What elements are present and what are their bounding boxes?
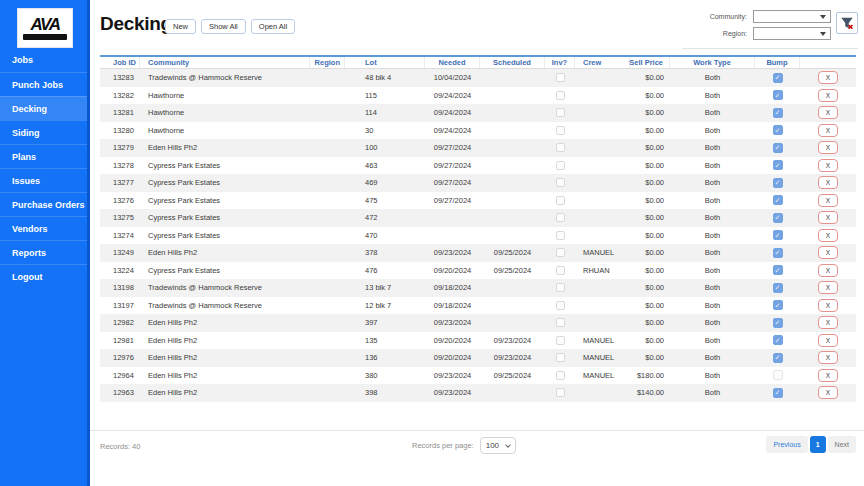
bump-checkbox[interactable] <box>773 300 783 310</box>
cell-sell-price: $0.00 <box>630 213 670 222</box>
bump-checkbox[interactable] <box>773 73 783 83</box>
inv-checkbox[interactable] <box>556 248 565 257</box>
sidebar-item-issues[interactable]: Issues <box>0 168 87 192</box>
col-header-lot[interactable]: Lot <box>345 57 425 68</box>
inv-checkbox[interactable] <box>556 353 565 362</box>
show-all-button[interactable]: Show All <box>201 19 246 34</box>
sidebar-item-punch-jobs[interactable]: Punch Jobs <box>0 72 87 96</box>
next-page-button[interactable]: Next <box>828 436 856 453</box>
sidebar-item-decking[interactable]: Decking <box>0 96 87 120</box>
inv-checkbox[interactable] <box>556 283 565 292</box>
delete-row-button[interactable]: X <box>818 229 838 242</box>
delete-row-button[interactable]: X <box>818 124 838 137</box>
sidebar-item-vendors[interactable]: Vendors <box>0 216 87 240</box>
inv-checkbox[interactable] <box>556 91 565 100</box>
bump-checkbox[interactable] <box>773 388 783 398</box>
previous-page-button[interactable]: Previous <box>766 436 807 453</box>
bump-checkbox[interactable] <box>773 90 783 100</box>
region-dropdown[interactable] <box>753 27 831 40</box>
inv-checkbox[interactable] <box>556 301 565 310</box>
sidebar-item-logout[interactable]: Logout <box>0 264 87 288</box>
cell-needed: 09/18/2024 <box>425 283 480 292</box>
col-header-sell-price[interactable]: Sell Price <box>630 57 670 68</box>
delete-row-button[interactable]: X <box>818 176 838 189</box>
inv-checkbox[interactable] <box>556 143 565 152</box>
inv-checkbox[interactable] <box>556 213 565 222</box>
sidebar-item-reports[interactable]: Reports <box>0 240 87 264</box>
delete-row-button[interactable]: X <box>818 264 838 277</box>
delete-row-button[interactable]: X <box>818 351 838 364</box>
cell-actions: X <box>800 369 856 382</box>
bump-checkbox[interactable] <box>773 370 783 380</box>
sidebar-item-siding[interactable]: Siding <box>0 120 87 144</box>
bump-checkbox[interactable] <box>773 335 783 345</box>
bump-checkbox[interactable] <box>773 318 783 328</box>
delete-row-button[interactable]: X <box>818 71 838 84</box>
inv-checkbox[interactable] <box>556 108 565 117</box>
open-all-button[interactable]: Open All <box>251 19 295 34</box>
bump-checkbox[interactable] <box>773 248 783 258</box>
cell-job-id: 13279 <box>100 143 140 152</box>
sidebar-item-jobs[interactable]: Jobs <box>0 48 87 72</box>
clear-filter-button[interactable] <box>836 12 858 34</box>
sidebar-item-purchase-orders[interactable]: Purchase Orders <box>0 192 87 216</box>
col-header-needed[interactable]: Needed <box>425 57 480 68</box>
inv-checkbox[interactable] <box>556 178 565 187</box>
bump-checkbox[interactable] <box>773 125 783 135</box>
bump-checkbox[interactable] <box>773 160 783 170</box>
delete-row-button[interactable]: X <box>818 246 838 259</box>
col-header-region[interactable]: Region <box>310 57 345 68</box>
cell-job-id: 12976 <box>100 353 140 362</box>
delete-row-button[interactable]: X <box>818 141 838 154</box>
current-page-button[interactable]: 1 <box>810 436 826 453</box>
inv-checkbox[interactable] <box>556 231 565 240</box>
inv-checkbox[interactable] <box>556 371 565 380</box>
bump-checkbox[interactable] <box>773 265 783 275</box>
delete-row-button[interactable]: X <box>818 386 838 399</box>
inv-checkbox[interactable] <box>556 336 565 345</box>
app-window: AVA JobsPunch JobsDeckingSidingPlansIssu… <box>0 0 864 486</box>
bump-checkbox[interactable] <box>773 353 783 363</box>
new-button[interactable]: New <box>165 19 196 34</box>
inv-checkbox[interactable] <box>556 196 565 205</box>
col-header-community[interactable]: Community <box>140 57 310 68</box>
inv-checkbox[interactable] <box>556 126 565 135</box>
bump-checkbox[interactable] <box>773 108 783 118</box>
delete-row-button[interactable]: X <box>818 89 838 102</box>
col-header-work-type[interactable]: Work Type <box>670 57 755 68</box>
bump-checkbox[interactable] <box>773 213 783 223</box>
records-per-page-select[interactable]: 100 <box>480 437 516 454</box>
delete-row-button[interactable]: X <box>818 106 838 119</box>
bump-checkbox[interactable] <box>773 230 783 240</box>
cell-job-id: 13249 <box>100 248 140 257</box>
delete-row-button[interactable]: X <box>818 369 838 382</box>
bump-checkbox[interactable] <box>773 178 783 188</box>
cell-community: Hawthorne <box>140 126 310 135</box>
cell-actions: X <box>800 71 856 84</box>
cell-community: Eden Hills Ph2 <box>140 248 310 257</box>
delete-row-button[interactable]: X <box>818 281 838 294</box>
col-header-bump[interactable]: Bump <box>755 57 800 68</box>
delete-row-button[interactable]: X <box>818 159 838 172</box>
inv-checkbox[interactable] <box>556 388 565 397</box>
inv-checkbox[interactable] <box>556 73 565 82</box>
cell-inv <box>545 283 575 292</box>
inv-checkbox[interactable] <box>556 266 565 275</box>
cell-community: Cypress Park Estates <box>140 196 310 205</box>
col-header-inv[interactable]: Inv? <box>545 57 575 68</box>
col-header-crew[interactable]: Crew <box>575 57 630 68</box>
delete-row-button[interactable]: X <box>818 211 838 224</box>
delete-row-button[interactable]: X <box>818 194 838 207</box>
bump-checkbox[interactable] <box>773 283 783 293</box>
col-header-job-id[interactable]: Job ID <box>100 57 140 68</box>
delete-row-button[interactable]: X <box>818 316 838 329</box>
bump-checkbox[interactable] <box>773 195 783 205</box>
bump-checkbox[interactable] <box>773 143 783 153</box>
col-header-scheduled[interactable]: Scheduled <box>480 57 545 68</box>
sidebar-item-plans[interactable]: Plans <box>0 144 87 168</box>
delete-row-button[interactable]: X <box>818 334 838 347</box>
inv-checkbox[interactable] <box>556 318 565 327</box>
delete-row-button[interactable]: X <box>818 299 838 312</box>
inv-checkbox[interactable] <box>556 161 565 170</box>
community-dropdown[interactable] <box>753 10 831 23</box>
